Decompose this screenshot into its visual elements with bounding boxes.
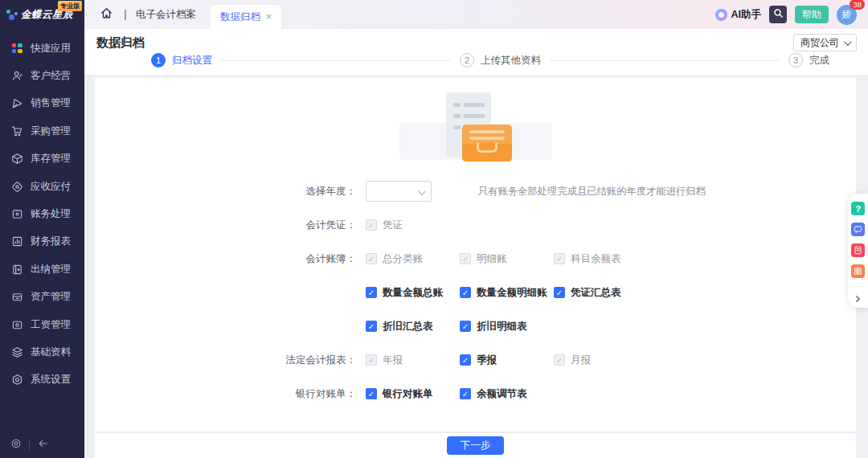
checkbox-icon <box>554 287 565 298</box>
archive-illustration <box>416 92 536 162</box>
ai-assistant-button[interactable]: AI助手 <box>715 8 762 22</box>
user-avatar-wrap: 娇 38 <box>837 5 857 25</box>
notification-badge: 38 <box>850 0 865 10</box>
sidebar-item-ar-ap[interactable]: 应收应付 <box>0 173 84 200</box>
step-number: 2 <box>460 53 474 67</box>
chevron-down-icon <box>844 38 852 46</box>
company-selector[interactable]: 商贸公司 <box>793 34 857 51</box>
diamond-icon <box>10 180 23 193</box>
sidebar-item-quick-apps[interactable]: 快捷应用 <box>0 35 84 62</box>
voucher-row: 会计凭证： 凭证 <box>285 215 856 235</box>
checkbox-depreciation-detail[interactable]: 折旧明细表 <box>460 320 554 333</box>
checkbox-icon <box>366 287 377 298</box>
checkbox-icon <box>460 287 471 298</box>
checkbox-icon <box>366 354 377 366</box>
cube-icon <box>10 153 23 166</box>
checkbox-annual-report: 年报 <box>366 354 460 367</box>
top-bar: 金蝶云星辰 专业版 电子会计档案 数据归档 × AI助手 <box>0 0 868 29</box>
help-question-icon[interactable]: ? <box>851 202 865 215</box>
checkbox-account-balance: 科目余额表 <box>554 252 648 266</box>
checkbox-quarterly-report[interactable]: 季报 <box>460 354 554 367</box>
home-icon <box>100 6 113 23</box>
checkbox-icon <box>460 253 471 264</box>
archive-tray-icon <box>462 125 512 162</box>
floating-toolbar: ? <box>848 194 868 308</box>
sidebar-item-customer[interactable]: 客户经营 <box>0 62 84 89</box>
checkbox-balance-reconciliation[interactable]: 余额调节表 <box>460 387 554 401</box>
search-button[interactable] <box>769 6 787 23</box>
ledger-icon <box>10 208 23 221</box>
year-hint: 只有账务全部处理完成且已结账的年度才能进行归档 <box>478 185 706 198</box>
step-finish: 3 完成 <box>788 53 829 67</box>
sidebar-item-sales[interactable]: 销售管理 <box>0 90 84 117</box>
tab-close-icon[interactable]: × <box>266 12 272 22</box>
checkbox-qty-amount-detail[interactable]: 数量金额明细账 <box>460 286 554 300</box>
checkbox-icon <box>460 354 471 366</box>
top-bar-actions: AI助手 帮助 娇 38 <box>715 0 861 29</box>
invoice-icon[interactable] <box>851 243 865 257</box>
nav-item-archive[interactable]: 电子会计档案 <box>136 8 196 22</box>
cart-icon <box>10 125 23 137</box>
sidebar-item-reports[interactable]: 财务报表 <box>0 228 84 256</box>
checkbox-icon <box>366 321 377 332</box>
checkbox-qty-amount-ledger[interactable]: 数量金额总账 <box>366 286 460 300</box>
sidebar-item-assets[interactable]: 资产管理 <box>0 284 84 311</box>
sidebar-item-purchase[interactable]: 采购管理 <box>0 117 84 145</box>
checkbox-icon <box>554 253 565 264</box>
sidebar-footer-divider <box>29 440 30 450</box>
ledger-row: 会计账簿： 总分类账 明细账 科目余额表 <box>285 248 856 269</box>
year-select[interactable] <box>366 181 432 202</box>
sales-icon <box>10 97 23 110</box>
collapse-arrow-icon[interactable] <box>37 438 49 452</box>
collapse-chevron-icon[interactable] <box>854 295 862 303</box>
ledger-row-3: 折旧汇总表 折旧明细表 <box>285 316 856 337</box>
chevron-down-icon <box>418 187 426 195</box>
sidebar-item-base-data[interactable]: 基础资料 <box>0 338 84 366</box>
stepper: 1 归档设置 2 上传其他资料 3 完成 <box>151 53 829 67</box>
search-icon <box>773 7 784 22</box>
step-upload-other: 2 上传其他资料 <box>460 53 541 67</box>
toolbar-divider <box>854 286 862 287</box>
chat-support-icon[interactable] <box>851 223 865 236</box>
page-header: 数据归档 商贸公司 1 归档设置 2 上传其他资料 3 完成 <box>84 29 868 75</box>
form-footer: 下一步 <box>95 433 856 458</box>
year-row: 选择年度： 只有账务全部处理完成且已结账的年度才能进行归档 <box>285 181 856 202</box>
company-name: 商贸公司 <box>800 36 839 50</box>
year-label: 选择年度： <box>285 185 356 198</box>
tab-data-archive[interactable]: 数据归档 × <box>211 5 281 29</box>
sidebar-item-settings[interactable]: 系统设置 <box>0 366 84 394</box>
checkbox-icon <box>554 354 565 366</box>
checkbox-icon <box>460 321 471 332</box>
checkbox-voucher-summary[interactable]: 凭证汇总表 <box>554 286 648 300</box>
next-step-button[interactable]: 下一步 <box>447 436 505 455</box>
checkbox-icon <box>366 388 377 399</box>
edition-badge: 专业版 <box>58 1 82 11</box>
bank-statement-row: 银行对账单： 银行对账单 余额调节表 <box>285 383 856 404</box>
sidebar-item-cashier[interactable]: 出纳管理 <box>0 256 84 283</box>
home-button[interactable] <box>97 6 115 23</box>
checkbox-bank-statement[interactable]: 银行对账单 <box>366 387 460 401</box>
quick-apps-icon <box>10 42 23 55</box>
archive-settings-panel: 选择年度： 只有账务全部处理完成且已结账的年度才能进行归档 会计凭证： 凭证 会… <box>95 78 856 431</box>
step-connector <box>551 60 779 61</box>
checkbox-monthly-report: 月报 <box>554 354 648 367</box>
checkbox-general-ledger: 总分类账 <box>366 252 460 266</box>
help-button[interactable]: 帮助 <box>795 6 829 23</box>
archive-form: 选择年度： 只有账务全部处理完成且已结账的年度才能进行归档 会计凭证： 凭证 会… <box>95 181 856 404</box>
top-navigation: 电子会计档案 数据归档 × <box>84 0 281 29</box>
notebook-icon <box>10 263 23 276</box>
step-label: 上传其他资料 <box>481 54 541 67</box>
checkbox-icon <box>460 388 471 399</box>
apps-grid-icon[interactable] <box>851 264 865 278</box>
sidebar-settings-icon[interactable] <box>10 438 22 452</box>
ai-assistant-icon <box>715 9 727 21</box>
drawer-icon <box>10 291 23 304</box>
ledger-row-2: 数量金额总账 数量金额明细账 凭证汇总表 <box>285 282 856 303</box>
sidebar-item-accounting[interactable]: 账务处理 <box>0 200 84 227</box>
brand-logo: 金蝶云星辰 专业版 <box>0 0 84 29</box>
gear-icon <box>10 374 23 386</box>
checkbox-depreciation-summary[interactable]: 折旧汇总表 <box>366 320 460 333</box>
sidebar-item-payroll[interactable]: 工资管理 <box>0 311 84 338</box>
sidebar-item-inventory[interactable]: 库存管理 <box>0 145 84 173</box>
statutory-report-row: 法定会计报表： 年报 季报 月报 <box>285 350 856 370</box>
